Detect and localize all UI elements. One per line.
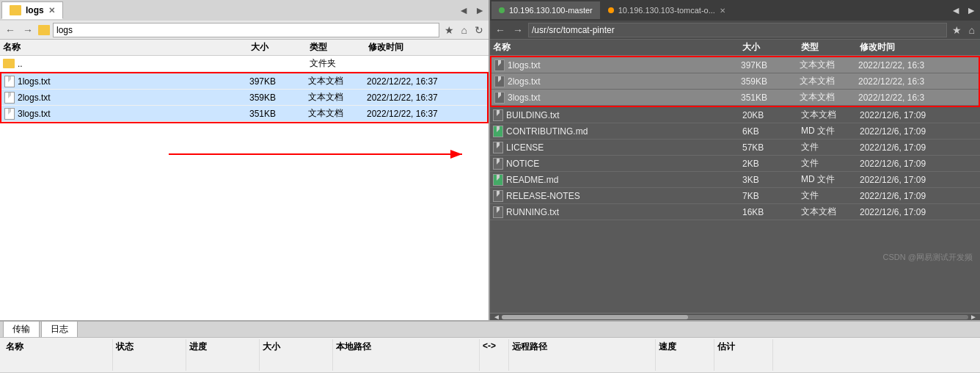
right-home-btn[interactable]: ⌂ xyxy=(967,23,977,37)
left-file-row-2logs[interactable]: 2logs.txt 359KB 文本文档 2022/12/22, 16:37 xyxy=(1,90,487,106)
left-forward-btn[interactable]: → xyxy=(21,23,35,37)
left-tab-close[interactable]: ✕ xyxy=(48,6,55,15)
left-file-row-parent[interactable]: .. 文件夹 xyxy=(0,56,489,72)
right-back-btn[interactable]: ← xyxy=(493,23,508,37)
right-path-input[interactable] xyxy=(528,23,947,37)
right-release-type: 文件 xyxy=(801,189,860,202)
right-readme-icon xyxy=(493,174,503,186)
right-file-row-license[interactable]: LICENSE 57KB 文件 2022/12/6, 17:09 xyxy=(490,140,980,156)
left-refresh-bookmark[interactable]: ★ xyxy=(442,23,456,37)
right-building-size: 20KB xyxy=(742,110,801,120)
right-scrollbar[interactable]: ◄ ► xyxy=(490,313,980,320)
right-license-name-cell: LICENSE xyxy=(493,142,742,153)
right-3logs-size: 351KB xyxy=(741,93,800,103)
right-tab-tomcat[interactable]: 10.196.130.103-tomcat-o... ✕ xyxy=(601,1,733,19)
left-3logs-type: 文本文档 xyxy=(308,107,367,120)
bottom-tab-log[interactable]: 日志 xyxy=(41,321,78,337)
left-file-row-3logs[interactable]: 3logs.txt 351KB 文本文档 2022/12/22, 16:37 xyxy=(1,106,487,122)
right-col-name: 名称 xyxy=(493,41,742,54)
right-col-modified: 修改时间 xyxy=(860,41,977,54)
right-selected-group: 1logs.txt 397KB 文本文档 2022/12/22, 16:3 2l… xyxy=(490,56,980,107)
green-status-dot xyxy=(499,7,505,13)
left-parent-name: .. xyxy=(18,59,23,69)
right-tab-tomcat-label: 10.196.130.103-tomcat-o... xyxy=(618,6,715,15)
left-file-row-1logs[interactable]: 1logs.txt 397KB 文本文档 2022/12/22, 16:37 xyxy=(1,73,487,90)
right-3logs-name: 3logs.txt xyxy=(508,93,541,103)
left-2logs-name: 2logs.txt xyxy=(18,93,51,103)
right-file-row-1logs[interactable]: 1logs.txt 397KB 文本文档 2022/12/22, 16:3 xyxy=(491,57,979,73)
left-1logs-type: 文本文档 xyxy=(308,75,367,87)
right-tab-tomcat-close[interactable]: ✕ xyxy=(720,7,725,15)
right-license-icon xyxy=(493,142,503,153)
right-license-modified: 2022/12/6, 17:09 xyxy=(860,142,977,153)
right-tab-bar: 10.196.130.100-master 10.196.130.103-tom… xyxy=(490,0,980,21)
right-file-row-readme[interactable]: README.md 3KB MD 文件 2022/12/6, 17:09 xyxy=(490,172,980,188)
right-2logs-icon xyxy=(494,76,505,87)
right-tab-master[interactable]: 10.196.130.100-master xyxy=(491,1,600,19)
right-license-name: LICENSE xyxy=(506,142,544,153)
left-col-size: 大小 xyxy=(251,41,310,54)
left-home-btn[interactable]: ⌂ xyxy=(459,23,469,37)
right-nav-prev[interactable]: ◄ xyxy=(948,4,963,17)
left-parent-name-cell: .. xyxy=(3,59,251,69)
bottom-tabs: 传输 日志 xyxy=(0,322,980,338)
folder-icon xyxy=(10,5,21,15)
bottom-tab-transfer[interactable]: 传输 xyxy=(3,321,40,337)
right-running-type: 文本文档 xyxy=(801,206,860,218)
scroll-left-btn[interactable]: ◄ xyxy=(491,313,502,321)
bottom-col-local-path: 本地路径 xyxy=(333,339,480,371)
right-release-size: 7KB xyxy=(742,191,801,201)
right-file-row-contributing[interactable]: CONTRIBUTING.md 6KB MD 文件 2022/12/6, 17:… xyxy=(490,123,980,140)
right-file-list: 1logs.txt 397KB 文本文档 2022/12/22, 16:3 2l… xyxy=(490,56,980,313)
left-col-type: 类型 xyxy=(310,41,368,54)
left-panel: logs ✕ ◄ ► ← → ★ ⌂ ↻ xyxy=(0,0,490,320)
scrollbar-track[interactable] xyxy=(502,315,968,319)
left-3logs-size: 351KB xyxy=(249,109,308,119)
left-back-btn[interactable]: ← xyxy=(3,23,18,37)
right-file-row-3logs[interactable]: 3logs.txt 351KB 文本文档 2022/12/22, 16:3 xyxy=(491,90,979,106)
left-file-header: 名称 大小 类型 修改时间 xyxy=(0,40,489,56)
right-1logs-icon xyxy=(494,59,505,71)
right-file-row-running[interactable]: RUNNING.txt 16KB 文本文档 2022/12/6, 17:09 xyxy=(490,204,980,220)
right-col-size: 大小 xyxy=(742,41,801,54)
right-notice-icon xyxy=(493,158,503,170)
right-contributing-size: 6KB xyxy=(742,126,801,137)
right-nav-next[interactable]: ► xyxy=(964,4,979,17)
right-building-type: 文本文档 xyxy=(801,109,860,121)
right-2logs-name: 2logs.txt xyxy=(508,76,541,87)
left-refresh-btn[interactable]: ↻ xyxy=(472,23,486,37)
left-selected-group: 1logs.txt 397KB 文本文档 2022/12/22, 16:37 2… xyxy=(0,72,489,123)
left-parent-type: 文件夹 xyxy=(310,57,368,70)
left-1logs-name: 1logs.txt xyxy=(18,76,51,87)
left-2logs-name-cell: 2logs.txt xyxy=(4,92,249,104)
right-3logs-modified: 2022/12/22, 16:3 xyxy=(858,93,976,103)
right-license-size: 57KB xyxy=(742,142,801,153)
left-1logs-name-cell: 1logs.txt xyxy=(4,76,249,87)
watermark: CSDN @网易测试开发频 xyxy=(883,252,973,263)
scroll-right-btn[interactable]: ► xyxy=(968,313,979,321)
right-2logs-size: 359KB xyxy=(741,76,800,87)
left-tab-label: logs xyxy=(26,5,44,15)
right-building-icon xyxy=(493,109,503,121)
right-running-name-cell: RUNNING.txt xyxy=(493,206,742,218)
right-release-name-cell: RELEASE-NOTES xyxy=(493,190,742,202)
right-file-row-notice[interactable]: NOTICE 2KB 文件 2022/12/6, 17:09 xyxy=(490,156,980,172)
right-2logs-type: 文本文档 xyxy=(800,75,858,87)
right-bookmark-btn[interactable]: ★ xyxy=(950,23,964,37)
right-forward-btn[interactable]: → xyxy=(511,23,525,37)
left-nav-next[interactable]: ► xyxy=(472,4,487,17)
left-tab-bar: logs ✕ ◄ ► xyxy=(0,0,489,21)
left-tab-logs[interactable]: logs ✕ xyxy=(1,1,63,19)
right-file-row-2logs[interactable]: 2logs.txt 359KB 文本文档 2022/12/22, 16:3 xyxy=(491,73,979,90)
right-file-row-release[interactable]: RELEASE-NOTES 7KB 文件 2022/12/6, 17:09 xyxy=(490,188,980,204)
right-1logs-modified: 2022/12/22, 16:3 xyxy=(858,60,976,70)
right-release-name: RELEASE-NOTES xyxy=(506,191,580,201)
right-file-row-building[interactable]: BUILDING.txt 20KB 文本文档 2022/12/6, 17:09 xyxy=(490,107,980,123)
left-path-input[interactable] xyxy=(53,23,439,37)
left-1logs-size: 397KB xyxy=(249,76,308,87)
right-contributing-name: CONTRIBUTING.md xyxy=(506,126,588,137)
left-3logs-icon xyxy=(4,108,15,120)
right-running-size: 16KB xyxy=(742,207,801,217)
left-nav-prev[interactable]: ◄ xyxy=(456,4,471,17)
bottom-col-arrow: <-> xyxy=(480,339,509,371)
